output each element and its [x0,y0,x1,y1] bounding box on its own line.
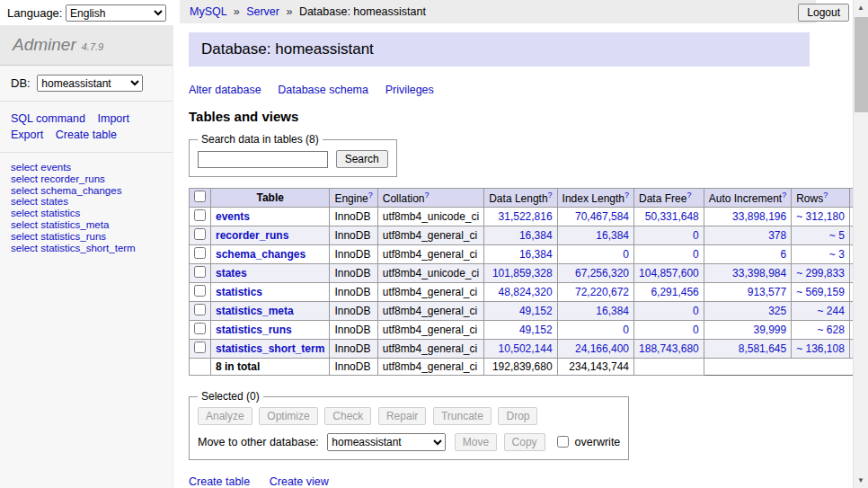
index-length-link[interactable]: 0 [623,324,629,336]
auto-increment-link[interactable]: 39,999 [753,324,786,336]
rows-count-link[interactable]: ~ 244 [818,305,845,317]
column-help-link[interactable]: ? [548,191,553,200]
privileges-link[interactable]: Privileges [385,84,434,96]
overwrite-checkbox[interactable] [557,436,569,448]
breadcrumb-link-mysql[interactable]: MySQL [190,5,226,18]
auto-increment-link[interactable]: 913,577 [748,286,786,298]
row-checkbox[interactable] [194,266,206,278]
rows-count-link[interactable]: ~ 299,833 [796,267,845,279]
analyze-button[interactable]: Analyze [198,407,252,425]
alter-database-link[interactable]: Alter database [189,84,261,96]
sidebar-table-link[interactable]: select events [11,162,162,173]
auto-increment-link[interactable]: 33,398,984 [732,267,786,279]
move-button[interactable]: Move [455,433,497,451]
auto-increment-link[interactable]: 325 [768,305,786,317]
column-help-link[interactable]: ? [368,191,373,200]
data-free-link[interactable]: 0 [693,229,699,242]
search-button[interactable]: Search [336,150,388,168]
data-length-link[interactable]: 49,152 [519,324,553,336]
rows-count-link[interactable]: ~ 628 [818,324,845,336]
data-free-link[interactable]: 0 [693,248,699,261]
row-checkbox[interactable] [194,342,206,353]
row-checkbox[interactable] [194,323,206,334]
copy-button[interactable]: Copy [504,433,545,451]
row-checkbox[interactable] [194,228,206,240]
db-select[interactable]: homeassistant [37,75,143,92]
row-checkbox[interactable] [194,304,206,315]
data-length-link[interactable]: 31,522,816 [499,210,553,223]
rows-count-link[interactable]: ~ 312,180 [796,210,845,223]
column-help-link[interactable]: ? [624,191,629,200]
data-length-link[interactable]: 10,502,144 [499,342,553,355]
search-input[interactable] [198,151,328,168]
data-length-link[interactable]: 48,824,320 [499,286,553,298]
data-free-link[interactable]: 104,857,600 [639,267,699,279]
index-length-link[interactable]: 16,384 [596,229,629,242]
optimize-button[interactable]: Optimize [259,407,317,425]
select-all-checkbox[interactable] [194,191,206,202]
table-name-link[interactable]: schema_changes [216,248,306,261]
sidebar-link-export[interactable]: Export [11,129,43,141]
sidebar-table-link[interactable]: select schema_changes [11,185,162,197]
index-length-link[interactable]: 72,220,672 [575,286,629,298]
index-length-link[interactable]: 24,166,400 [575,342,629,355]
auto-increment-link[interactable]: 33,898,196 [732,210,786,223]
data-free-link[interactable]: 188,743,680 [639,342,699,355]
table-name-link[interactable]: statistics [216,286,262,298]
breadcrumb-link-server[interactable]: Server [246,5,279,18]
rows-count-link[interactable]: ~ 5 [829,229,845,242]
sidebar-table-link[interactable]: select statistics_short_term [11,243,162,254]
row-checkbox[interactable] [194,285,206,297]
column-help-link[interactable]: ? [782,191,786,200]
sidebar-link-sql-command[interactable]: SQL command [11,112,85,125]
language-select[interactable]: English [66,4,166,22]
sidebar-table-link[interactable]: select states [11,196,162,208]
scrollbar-up-icon[interactable]: ▲ [854,0,868,15]
data-free-link[interactable]: 0 [693,305,699,317]
sidebar-table-link[interactable]: select statistics [11,208,162,219]
sidebar-table-link[interactable]: select statistics_runs [11,231,162,243]
table-name-link[interactable]: recorder_runs [216,229,288,242]
auto-increment-link[interactable]: 378 [768,229,786,242]
column-help-link[interactable]: ? [686,191,691,200]
create-table-link[interactable]: Create table [189,475,250,488]
auto-increment-link[interactable]: 8,581,645 [739,342,786,355]
data-length-link[interactable]: 101,859,328 [492,267,553,279]
rows-count-link[interactable]: ~ 136,108 [796,342,845,355]
logout-button[interactable]: Logout [798,4,849,22]
table-name-link[interactable]: statistics_short_term [216,342,324,355]
table-name-link[interactable]: statistics_meta [216,305,294,317]
sidebar-link-create-table[interactable]: Create table [56,129,117,141]
create-view-link[interactable]: Create view [270,475,329,488]
rows-count-link[interactable]: ~ 569,159 [796,286,845,298]
table-name-link[interactable]: states [216,267,247,279]
sidebar-table-link[interactable]: select recorder_runs [11,173,162,185]
column-help-link[interactable]: ? [424,191,429,200]
drop-button[interactable]: Drop [498,407,537,425]
move-database-select[interactable]: homeassistant [327,433,446,451]
row-checkbox[interactable] [194,209,206,221]
truncate-button[interactable]: Truncate [433,407,492,425]
row-checkbox[interactable] [194,247,206,259]
data-free-link[interactable]: 0 [693,324,699,336]
scrollbar-thumb[interactable] [855,17,868,112]
data-length-link[interactable]: 49,152 [519,305,553,317]
sidebar-link-import[interactable]: Import [98,112,129,125]
data-length-link[interactable]: 16,384 [519,229,553,242]
repair-button[interactable]: Repair [378,407,426,425]
table-name-link[interactable]: events [216,210,250,223]
sidebar-table-link[interactable]: select statistics_meta [11,219,162,231]
column-help-link[interactable]: ? [823,191,828,200]
rows-count-link[interactable]: ~ 3 [829,248,845,261]
data-free-link[interactable]: 6,291,456 [651,286,698,298]
auto-increment-link[interactable]: 6 [780,248,786,261]
index-length-link[interactable]: 16,384 [596,305,629,317]
index-length-link[interactable]: 0 [623,248,629,261]
check-button[interactable]: Check [324,407,371,425]
database-schema-link[interactable]: Database schema [278,84,368,96]
data-free-link[interactable]: 50,331,648 [645,210,699,223]
scrollbar-down-icon[interactable]: ▼ [854,473,868,488]
index-length-link[interactable]: 67,256,320 [575,267,629,279]
table-name-link[interactable]: statistics_runs [216,324,292,336]
data-length-link[interactable]: 16,384 [519,248,553,261]
